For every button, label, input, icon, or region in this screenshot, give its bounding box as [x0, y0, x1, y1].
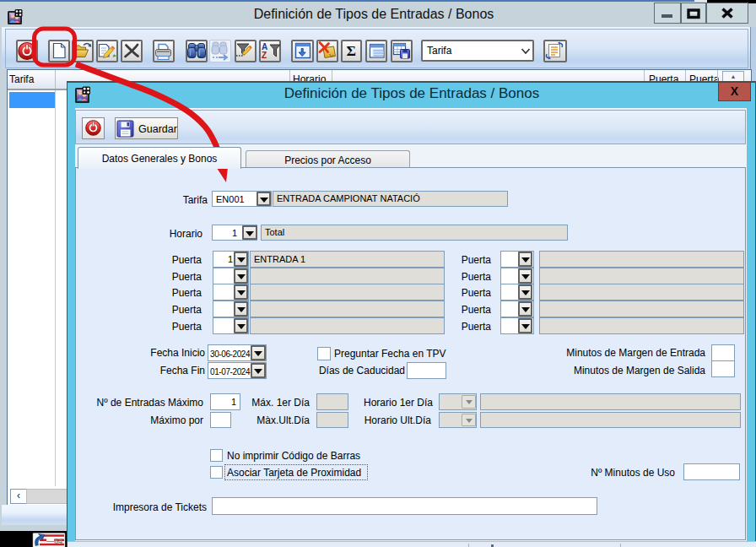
svg-text:—64: —64 — [46, 537, 62, 545]
